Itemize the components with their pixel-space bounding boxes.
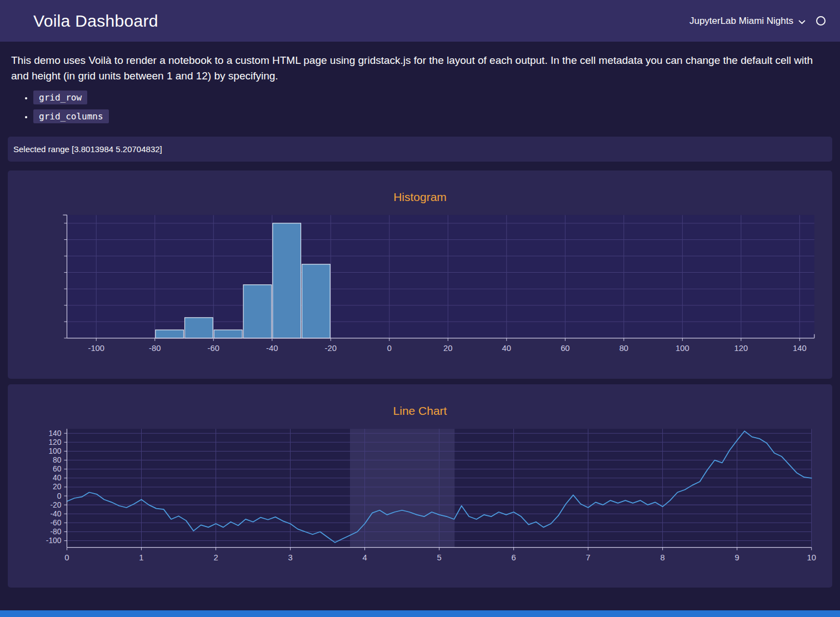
svg-text:-80: -80 [149, 344, 161, 353]
svg-text:100: 100 [676, 344, 689, 353]
line-chart-svg[interactable]: 140120100806040200-20-40-60-80-100012345… [19, 424, 821, 564]
svg-text:-40: -40 [266, 344, 278, 353]
svg-text:9: 9 [735, 553, 739, 562]
svg-text:1: 1 [139, 553, 143, 562]
svg-text:-80: -80 [50, 528, 61, 536]
svg-text:8: 8 [661, 553, 665, 562]
theme-selector-label: JupyterLab Miami Nights [689, 16, 793, 27]
header: Voila Dashboard JupyterLab Miami Nights [0, 0, 840, 42]
code-chip-grid-columns: grid_columns [33, 109, 109, 123]
svg-text:0: 0 [57, 491, 62, 500]
svg-text:-100: -100 [46, 536, 62, 545]
intro-list: grid_row grid_columns [8, 91, 832, 123]
svg-text:60: 60 [561, 344, 569, 353]
list-item: grid_columns [33, 109, 832, 123]
svg-text:2: 2 [213, 553, 218, 562]
svg-text:7: 7 [586, 553, 591, 562]
svg-text:-60: -60 [50, 518, 61, 526]
svg-text:5: 5 [437, 553, 441, 562]
kernel-status-icon[interactable] [816, 16, 826, 26]
svg-text:0: 0 [64, 553, 69, 562]
svg-text:40: 40 [53, 474, 62, 482]
bottom-bar [0, 610, 840, 617]
svg-text:4: 4 [362, 553, 367, 562]
histogram-svg[interactable]: -100-80-60-40-20020406080100120140 [19, 210, 821, 355]
svg-text:10: 10 [807, 553, 816, 562]
svg-text:-20: -20 [325, 344, 337, 353]
svg-text:-20: -20 [50, 500, 61, 509]
intro-paragraph: This demo uses Voilà to render a noteboo… [11, 53, 826, 84]
line-chart-title: Line Chart [19, 404, 821, 418]
svg-text:140: 140 [48, 429, 61, 437]
svg-text:40: 40 [502, 344, 511, 353]
svg-text:80: 80 [619, 344, 628, 353]
theme-selector-dropdown[interactable]: JupyterLab Miami Nights [689, 16, 826, 27]
svg-text:140: 140 [793, 344, 807, 353]
dashboard-body: This demo uses Voilà to render a noteboo… [0, 42, 840, 609]
svg-text:20: 20 [443, 344, 452, 353]
svg-text:120: 120 [48, 438, 61, 446]
svg-text:-40: -40 [50, 509, 61, 518]
svg-text:3: 3 [288, 553, 292, 562]
svg-text:0: 0 [387, 344, 392, 353]
page-title: Voila Dashboard [33, 12, 158, 31]
selected-range-panel: Selected range [3.8013984 5.20704832] [8, 137, 832, 162]
svg-text:-100: -100 [88, 344, 104, 353]
code-chip-grid-row: grid_row [33, 91, 87, 104]
selected-range-text: Selected range [3.8013984 5.20704832] [13, 144, 162, 154]
svg-text:20: 20 [53, 483, 62, 491]
svg-text:60: 60 [53, 465, 62, 473]
histogram-title: Histogram [19, 190, 821, 204]
svg-text:-60: -60 [208, 344, 219, 353]
svg-text:100: 100 [48, 447, 61, 455]
svg-text:80: 80 [53, 456, 62, 464]
histogram-panel: Histogram -100-80-60-40-2002040608010012… [8, 170, 832, 378]
svg-text:120: 120 [734, 344, 748, 353]
chevron-down-icon [798, 19, 806, 24]
svg-text:6: 6 [511, 553, 516, 562]
list-item: grid_row [33, 91, 832, 104]
line-chart-panel: Line Chart 140120100806040200-20-40-60-8… [8, 384, 832, 588]
